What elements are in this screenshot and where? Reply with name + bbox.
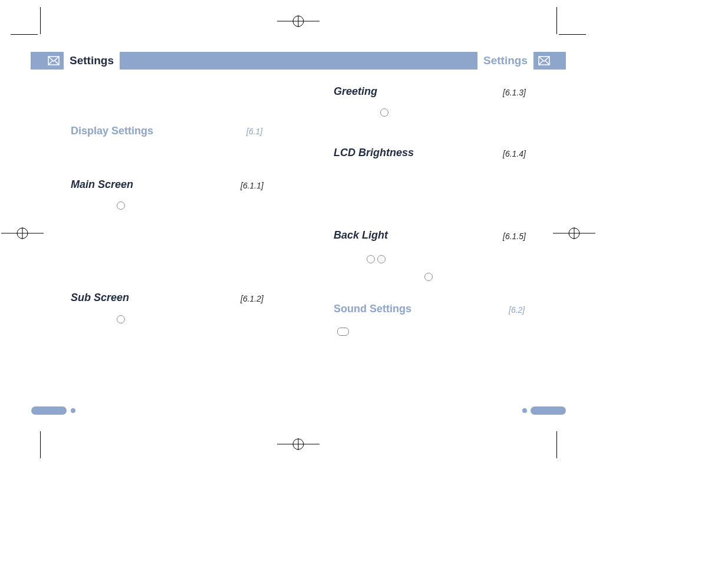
nav-icon (377, 255, 386, 263)
section-sound-settings: Sound Settings (334, 303, 411, 315)
registration-mark (553, 226, 595, 240)
item-ref: [6.1.1] (241, 181, 263, 190)
registration-mark (1, 226, 44, 240)
crop-mark (556, 7, 557, 34)
mail-icon (538, 54, 551, 67)
crop-mark (556, 431, 557, 458)
crop-mark (11, 34, 38, 35)
registration-mark (277, 14, 319, 28)
item-main-screen: Main Screen (71, 178, 133, 191)
section-display-settings: Display Settings (71, 125, 153, 137)
crop-mark (40, 7, 41, 34)
header-title-left: Settings (70, 54, 114, 67)
item-back-light: Back Light (334, 229, 388, 242)
item-lcd-brightness: LCD Brightness (334, 147, 414, 159)
clear-icon (337, 328, 349, 336)
item-sub-screen: Sub Screen (71, 292, 129, 304)
page-decor (531, 406, 566, 415)
section-ref: [6.2] (509, 305, 525, 315)
ok-icon (424, 273, 433, 281)
item-ref: [6.1.3] (503, 88, 526, 97)
item-ref: [6.1.4] (503, 149, 526, 158)
section-ref: [6.1] (246, 127, 262, 136)
item-ref: [6.1.2] (241, 294, 263, 303)
page-decor-dot (71, 408, 75, 413)
crop-mark (559, 34, 586, 35)
header-title-right: Settings (483, 54, 528, 67)
registration-mark (277, 437, 319, 451)
header-tab-right: Settings (477, 52, 533, 70)
item-ref: [6.1.5] (503, 232, 526, 241)
nav-icon (367, 255, 375, 263)
item-greeting: Greeting (334, 85, 377, 98)
page-decor (31, 406, 67, 415)
page-decor-dot (522, 408, 527, 413)
header-tab-left: Settings (64, 52, 120, 70)
crop-mark (40, 431, 41, 458)
mail-icon (47, 54, 60, 67)
ok-icon (117, 201, 125, 210)
ok-icon (380, 108, 388, 117)
ok-icon (117, 315, 125, 323)
